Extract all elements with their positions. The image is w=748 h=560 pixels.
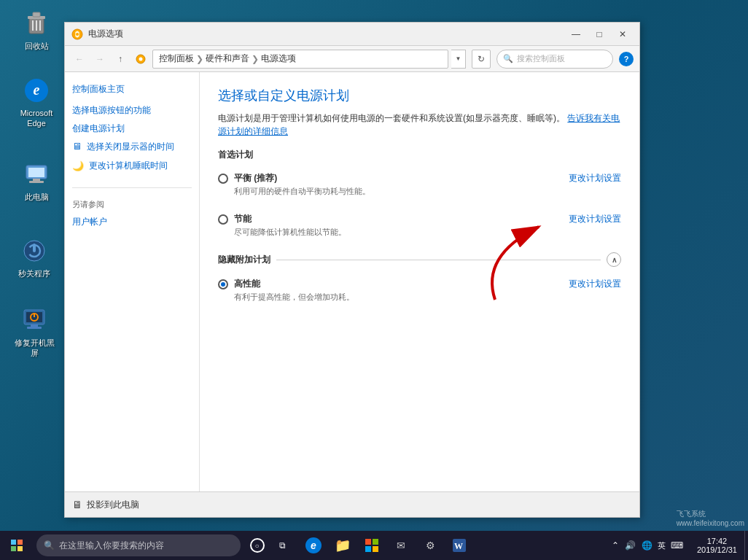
search-box[interactable]: 🔍 搜索控制面板 xyxy=(496,50,613,69)
show-hidden-icons[interactable]: ⌃ xyxy=(609,540,622,551)
power-saver-desc: 尽可能降低计算机性能以节能。 xyxy=(234,227,569,238)
shutdown-label: 秒关程序 xyxy=(18,268,50,279)
edge-desktop-icon: e xyxy=(22,76,51,105)
sidebar-link-users-text: 用户帐户 xyxy=(72,216,107,228)
sidebar-home-link[interactable]: 控制面板主页 xyxy=(72,83,192,96)
cortana-icon: ○ xyxy=(250,538,265,553)
taskbar-file-explorer[interactable]: 📁 xyxy=(328,531,357,560)
store-icon xyxy=(365,538,379,553)
expand-hidden-plans[interactable]: ∧ xyxy=(607,252,621,267)
sidebar-link-text-4: 更改计算机睡眠时间 xyxy=(89,160,168,172)
taskbar-clock[interactable]: 17:42 2019/12/31 xyxy=(690,531,744,560)
power-saver-radio[interactable] xyxy=(218,214,228,225)
minimize-button[interactable]: — xyxy=(565,27,587,42)
sidebar: 控制面板主页 选择电源按钮的功能 创建电源计划 🖥 选择关闭显示器的时间 🌙 更… xyxy=(65,72,200,491)
taskbar-search-icon: 🔍 xyxy=(44,540,55,551)
task-view-icon: ⧉ xyxy=(279,540,286,551)
taskbar-search[interactable]: 🔍 在这里输入你要搜索的内容 xyxy=(36,534,241,556)
svg-point-25 xyxy=(139,57,143,61)
desktop-icon-recycle[interactable]: 回收站 xyxy=(11,6,62,54)
sleep-icon: 🌙 xyxy=(72,160,84,173)
keyboard-icon[interactable]: ⌨ xyxy=(668,540,686,551)
window-title: 电源选项 xyxy=(88,28,565,40)
path-part-1: 控制面板 xyxy=(159,52,194,65)
address-dropdown[interactable]: ▼ xyxy=(451,50,466,69)
plan-item-high-performance: 高性能 有利于提高性能，但会增加功耗。 更改计划设置 xyxy=(218,274,621,306)
recycle-label: 回收站 xyxy=(25,41,49,51)
panel-desc-text: 电源计划是用于管理计算机如何使用电源的一套硬件和系统设置(如显示器亮度、睡眠等)… xyxy=(218,113,565,123)
search-placeholder: 搜索控制面板 xyxy=(517,53,565,64)
address-path[interactable]: 控制面板 ❯ 硬件和声音 ❯ 电源选项 xyxy=(152,50,448,69)
power-saver-info: 节能 尽可能降低计算机性能以节能。 xyxy=(234,213,569,238)
system-tray: ⌃ 🔊 🌐 英 ⌨ xyxy=(605,531,690,560)
plan-item-power-saver: 节能 尽可能降低计算机性能以节能。 更改计划设置 xyxy=(218,209,621,241)
taskbar-mail[interactable]: ✉ xyxy=(386,531,416,560)
task-view-button[interactable]: ⧉ xyxy=(270,533,295,559)
sidebar-link-users[interactable]: 用户帐户 xyxy=(72,216,192,228)
repair-label: 修复开机黑屏 xyxy=(12,338,57,359)
balanced-radio[interactable] xyxy=(218,174,228,184)
svg-point-23 xyxy=(76,33,79,36)
preferred-plans-header: 首选计划 xyxy=(218,149,621,161)
desktop-icon-shutdown[interactable]: 秒关程序 xyxy=(9,233,60,281)
taskbar-right: ⌃ 🔊 🌐 英 ⌨ 17:42 2019/12/31 xyxy=(605,531,748,560)
sidebar-link-sleep-time[interactable]: 🌙 更改计算机睡眠时间 xyxy=(72,160,192,173)
taskbar-edge[interactable]: e xyxy=(299,531,328,560)
cortana-button[interactable]: ○ xyxy=(244,533,270,559)
taskbar-settings[interactable]: ⚙ xyxy=(416,531,445,560)
window-icon xyxy=(71,28,84,41)
sidebar-link-display-off[interactable]: 🖥 选择关闭显示器的时间 xyxy=(72,140,192,153)
high-performance-change-link[interactable]: 更改计划设置 xyxy=(569,278,621,290)
recycle-icon xyxy=(22,9,51,38)
sidebar-link-create-plan[interactable]: 创建电源计划 xyxy=(72,122,192,135)
main-panel: 选择或自定义电源计划 电源计划是用于管理计算机如何使用电源的一套硬件和系统设置(… xyxy=(200,72,639,491)
sidebar-link-text-3: 选择关闭显示器的时间 xyxy=(87,141,174,153)
language-indicator[interactable]: 英 xyxy=(655,540,668,551)
taskbar-store[interactable] xyxy=(357,531,386,560)
refresh-button[interactable]: ↻ xyxy=(472,50,491,69)
volume-icon[interactable]: 🔊 xyxy=(622,540,639,551)
power-saver-change-link[interactable]: 更改计划设置 xyxy=(569,213,621,225)
windows-logo xyxy=(11,540,23,551)
addressbar: ← → ↑ 控制面板 ❯ 硬件和声音 ❯ 电源选项 ▼ ↻ 🔍 搜索控制面板 xyxy=(65,46,639,72)
clock-date: 2019/12/31 xyxy=(697,545,737,554)
svg-rect-26 xyxy=(365,539,371,545)
desktop-icon-this-pc[interactable]: 此电脑 xyxy=(11,157,62,205)
sidebar-link-text-1: 选择电源按钮的功能 xyxy=(72,104,151,117)
projector-icon: 🖥 xyxy=(72,499,82,510)
back-button[interactable]: ← xyxy=(71,50,88,68)
hidden-plans-header: 隐藏附加计划 ∧ xyxy=(218,252,621,267)
sidebar-link-text-2: 创建电源计划 xyxy=(72,122,125,135)
power-saver-name: 节能 xyxy=(234,213,569,225)
desktop-icon-repair[interactable]: 修复开机黑屏 xyxy=(9,303,60,362)
start-button[interactable] xyxy=(0,531,33,560)
file-explorer-icon: 📁 xyxy=(335,537,351,553)
panel-title: 选择或自定义电源计划 xyxy=(218,87,621,104)
forward-button[interactable]: → xyxy=(91,50,109,68)
high-performance-name: 高性能 xyxy=(234,278,569,290)
svg-rect-9 xyxy=(28,168,44,177)
this-pc-icon xyxy=(22,160,51,189)
help-button[interactable]: ? xyxy=(619,52,634,66)
up-button[interactable]: ↑ xyxy=(112,50,129,68)
mail-icon: ✉ xyxy=(394,540,408,551)
high-performance-desc: 有利于提高性能，但会增加功耗。 xyxy=(234,292,569,303)
balanced-change-link[interactable]: 更改计划设置 xyxy=(569,172,621,184)
close-button[interactable]: ✕ xyxy=(612,27,634,42)
svg-rect-2 xyxy=(33,12,40,17)
svg-rect-11 xyxy=(29,181,44,183)
balanced-info: 平衡 (推荐) 利用可用的硬件自动平衡功耗与性能。 xyxy=(234,172,569,197)
balanced-name: 平衡 (推荐) xyxy=(234,172,569,184)
path-part-2: 硬件和声音 xyxy=(206,52,249,65)
settings-icon: ⚙ xyxy=(423,540,438,551)
show-desktop-button[interactable] xyxy=(744,531,748,560)
path-part-3: 电源选项 xyxy=(261,52,296,65)
maximize-button[interactable]: □ xyxy=(588,27,610,42)
high-performance-radio[interactable] xyxy=(218,279,228,289)
sidebar-link-power-button[interactable]: 选择电源按钮的功能 xyxy=(72,104,192,117)
bottom-toolbar-text[interactable]: 投影到此电脑 xyxy=(87,499,139,511)
network-icon[interactable]: 🌐 xyxy=(639,540,655,551)
divider xyxy=(276,260,601,260)
desktop-icon-edge[interactable]: e MicrosoftEdge xyxy=(11,73,62,132)
taskbar-word[interactable]: W xyxy=(445,531,474,560)
